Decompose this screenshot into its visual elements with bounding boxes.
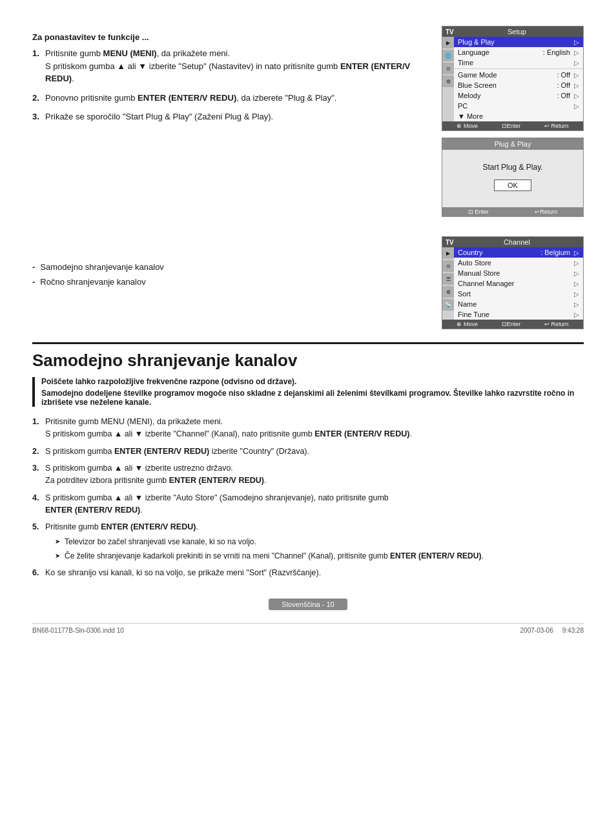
top-section: Za ponastavitev te funkcije ... 1. Priti… (32, 26, 584, 217)
channel-menu-item-country[interactable]: Country : Belgium ▷ (454, 247, 583, 258)
tv-icon-ch1: ▶ (442, 247, 454, 259)
step-num: 2. (32, 446, 39, 458)
setup-menu-item-pc[interactable]: PC ▷ (454, 101, 583, 111)
main-step-1: 1. Pritisnite gumb MENU (MENI), da prika… (32, 416, 584, 440)
channel-menu-item-sort[interactable]: Sort ▷ (454, 289, 583, 299)
item-arrow: ▷ (574, 301, 579, 308)
intro-line-1: Poiščete lahko razpoložljive frekvenčne … (41, 377, 584, 386)
main-step-2: 2. S pritiskom gumba ENTER (ENTER/V REDU… (32, 446, 584, 458)
doc-time: 9:43:28 (562, 627, 584, 634)
item-label: Manual Store (458, 269, 574, 277)
item-label: Melody (458, 92, 557, 99)
bullet-text: Ročno shranjevanje kanalov (40, 277, 145, 287)
item-label: Fine Tune (458, 311, 574, 318)
main-step-5: 5. Pritisnite gumb ENTER (ENTER/V REDU).… (32, 521, 584, 562)
doc-file: BN68-01177B-Sln-0306.indd 10 (32, 627, 124, 634)
doc-date: 2007-03-06 (520, 627, 553, 634)
list-item: 2. Ponovno pritisnite gumb ENTER (ENTER/… (32, 92, 429, 105)
item-value-arrow: : Off ▷ (557, 71, 579, 79)
sub-item-2: Če želite shranjevanje kadarkoli prekini… (55, 550, 584, 562)
footer-return: ↩Return (535, 209, 557, 215)
item-label: Blue Screen (458, 81, 557, 89)
step-num: 6. (32, 567, 39, 579)
section-intro: Poiščete lahko razpoložljive frekvenčne … (32, 377, 584, 407)
tv-icon-globe: 🌐 (442, 50, 454, 61)
sub-list: Televizor bo začel shranjevati vse kanal… (45, 536, 584, 562)
intro-line-2: Samodejno dodeljene številke programov m… (41, 389, 584, 407)
setup-menu-item-melody[interactable]: Melody : Off ▷ (454, 90, 583, 101)
item-arrow: ▷ (574, 311, 579, 318)
page-number-label: Slovenščina - 10 (269, 599, 347, 610)
footer-move: ⊕ Move (457, 123, 478, 129)
footer-return: ↩ Return (544, 123, 569, 129)
page-footer: Slovenščina - 10 (32, 599, 584, 610)
step-num: 5. (32, 521, 39, 533)
doc-date-time: 2007-03-06 9:43:28 (520, 627, 584, 634)
item-label: Channel Manager (458, 280, 574, 287)
setup-menu-item-language[interactable]: Language : English ▷ (454, 47, 583, 57)
setup-menu-item-more[interactable]: ▼ More (454, 111, 583, 121)
channel-menu-item-name[interactable]: Name ▷ (454, 299, 583, 309)
item-label: Language (458, 48, 543, 56)
menu-divider (454, 68, 583, 69)
item-arrow: ▷ (574, 49, 579, 56)
step-num: 3. (32, 110, 39, 123)
tv-icon-play: ▶ (442, 37, 454, 48)
main-section: Samodejno shranjevanje kanalov Poiščete … (32, 351, 584, 579)
item-arrow: ▷ (574, 72, 579, 79)
setup-menu-body: ▶ 🌐 ⊙ ⚙ Plug & Play ▷ Language (442, 37, 583, 121)
main-step-6: 6. Ko se shranijo vsi kanali, ki so na v… (32, 567, 584, 579)
setup-menu-item-time[interactable]: Time ▷ (454, 57, 583, 68)
middle-section: - Samodejno shranjevanje kanalov - Ročno… (32, 236, 584, 329)
middle-left: - Samodejno shranjevanje kanalov - Ročno… (32, 236, 429, 292)
channel-menu-body: ▶ ⊙ ☰ ⚙ 📡 Country : Belgium ▷ (442, 247, 583, 320)
setup-menu-item-plug-play[interactable]: Plug & Play ▷ (454, 37, 583, 47)
page-container: Za ponastavitev te funkcije ... 1. Priti… (0, 0, 616, 840)
tv-icon-gear: ⚙ (442, 76, 454, 87)
footer-enter: ⊡Enter (502, 321, 521, 327)
bullet-dash: - (32, 262, 35, 272)
channel-menu-items: Country : Belgium ▷ Auto Store ▷ Manual … (454, 247, 583, 320)
channel-menu-footer: ⊕ Move ⊡Enter ↩ Return (442, 320, 583, 329)
tv-icon-ch2: ⊙ (442, 260, 454, 272)
instruction-title: Za ponastavitev te funkcije ... (32, 32, 429, 42)
item-value: : Belgium (540, 249, 570, 256)
plug-play-message: Start Plug & Play. (449, 163, 577, 172)
list-item: 1. Pritisnite gumb MENU (MENI), da prika… (32, 47, 429, 85)
item-arrow: ▷ (574, 92, 579, 99)
footer-return: ↩ Return (544, 321, 569, 327)
setup-menu-footer: ⊕ Move ⊡Enter ↩ Return (442, 121, 583, 130)
tv-icon-ch3: ☰ (442, 273, 454, 285)
tv-icons-col-ch: ▶ ⊙ ☰ ⚙ 📡 (442, 247, 454, 320)
sub-item-1: Televizor bo začel shranjevati vse kanal… (55, 536, 584, 548)
channel-menu-item-fine-tune[interactable]: Fine Tune ▷ (454, 309, 583, 320)
tv-label: TV (446, 28, 454, 36)
left-instructions: Za ponastavitev te funkcije ... 1. Priti… (32, 26, 429, 217)
step-num: 4. (32, 492, 39, 504)
channel-menu-item-auto-store[interactable]: Auto Store ▷ (454, 258, 583, 268)
tv-label: TV (446, 239, 454, 246)
main-step-4: 4. S pritiskom gumba ▲ ali ▼ izberite "A… (32, 492, 584, 517)
item-value: : Off (557, 92, 570, 99)
item-value-arrow: : Off ▷ (557, 92, 579, 99)
list-item: 3. Prikaže se sporočilo "Start Plug & Pl… (32, 110, 429, 123)
item-value-arrow: : Off ▷ (557, 81, 579, 89)
item-value: : English (543, 48, 570, 56)
tv-icons-col: ▶ 🌐 ⊙ ⚙ (442, 37, 454, 121)
channel-menu-item-channel-manager[interactable]: Channel Manager ▷ (454, 278, 583, 289)
item-arrow: ▷ (574, 82, 579, 89)
bullet-item-1: - Samodejno shranjevanje kanalov (32, 262, 429, 272)
item-arrow: ▷ (574, 260, 579, 267)
item-label: Auto Store (458, 259, 574, 267)
item-label: Game Mode (458, 71, 557, 79)
item-label: ▼ More (458, 112, 579, 120)
setup-menu-items: Plug & Play ▷ Language : English ▷ Time (454, 37, 583, 121)
step-num: 2. (32, 92, 39, 105)
setup-menu-item-blue-screen[interactable]: Blue Screen : Off ▷ (454, 80, 583, 90)
item-label: PC (458, 102, 574, 110)
bullet-text: Samodejno shranjevanje kanalov (40, 262, 164, 272)
channel-menu-item-manual-store[interactable]: Manual Store ▷ (454, 268, 583, 278)
ok-button[interactable]: OK (494, 179, 531, 191)
setup-menu-item-game-mode[interactable]: Game Mode : Off ▷ (454, 70, 583, 80)
channel-menu-panel: TV Channel ▶ ⊙ ☰ ⚙ 📡 Country : Belgium (442, 236, 584, 329)
